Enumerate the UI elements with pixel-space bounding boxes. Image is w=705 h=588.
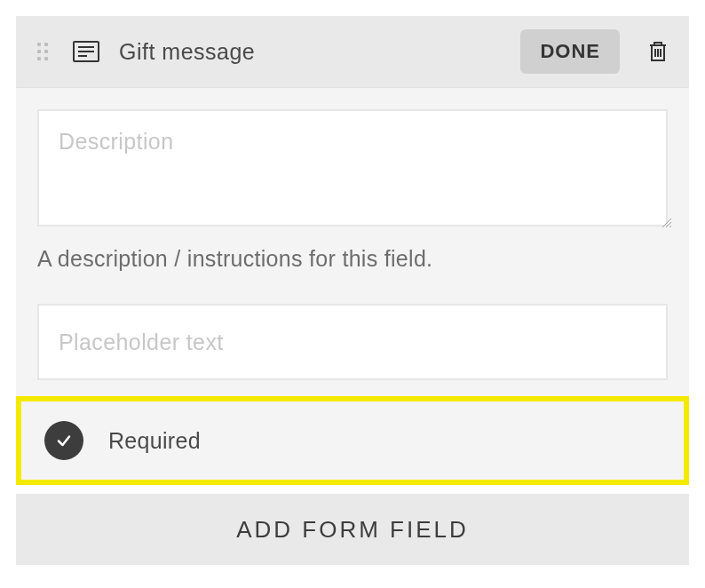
done-button[interactable]: DONE <box>520 29 620 74</box>
description-help-text: A description / instructions for this fi… <box>37 246 668 272</box>
field-title: Gift message <box>119 39 520 65</box>
field-panel: Gift message DONE A description / instru… <box>16 16 689 485</box>
required-checkbox[interactable] <box>44 421 83 460</box>
check-icon <box>55 432 73 449</box>
trash-icon <box>648 40 668 63</box>
required-toggle-row[interactable]: Required <box>16 396 689 485</box>
textarea-icon <box>73 41 99 62</box>
delete-button[interactable] <box>645 36 671 67</box>
description-input[interactable] <box>37 109 668 226</box>
placeholder-input[interactable] <box>37 304 668 380</box>
panel-header: Gift message DONE <box>16 16 689 87</box>
form-field-editor: Gift message DONE A description / instru… <box>0 0 705 588</box>
required-label: Required <box>108 428 201 454</box>
drag-handle-icon[interactable] <box>37 43 48 60</box>
panel-body: A description / instructions for this fi… <box>16 87 689 485</box>
add-form-field-button[interactable]: ADD FORM FIELD <box>16 494 689 565</box>
